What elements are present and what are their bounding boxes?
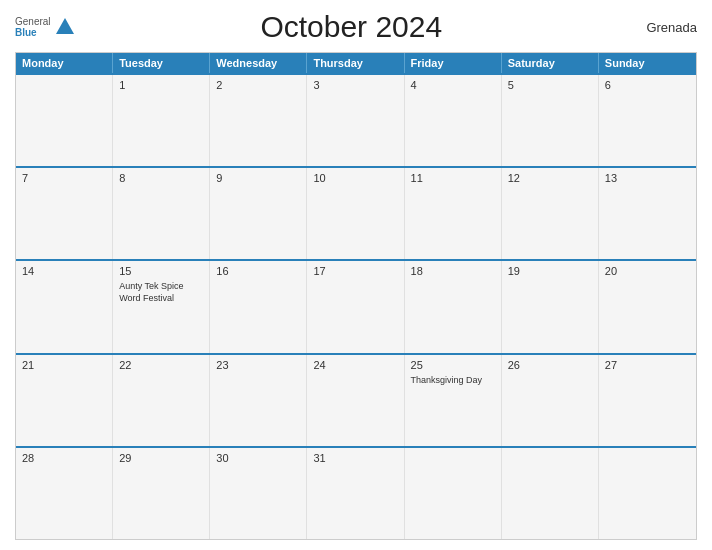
cal-cell-oct12: 12 (502, 168, 599, 259)
cal-cell-oct2: 2 (210, 75, 307, 166)
cal-cell-oct27: 27 (599, 355, 696, 446)
col-saturday: Saturday (502, 53, 599, 73)
cal-cell-oct29: 29 (113, 448, 210, 539)
cal-cell-empty2 (405, 448, 502, 539)
cal-cell-oct3: 3 (307, 75, 404, 166)
cal-cell-oct11: 11 (405, 168, 502, 259)
event-thanksgiving: Thanksgiving Day (411, 375, 495, 387)
cal-cell-oct6: 6 (599, 75, 696, 166)
col-thursday: Thursday (307, 53, 404, 73)
week-row-1: 1 2 3 4 5 6 (16, 73, 696, 166)
event-aunty: Aunty Tek Spice Word Festival (119, 281, 203, 304)
cal-cell-oct1: 1 (113, 75, 210, 166)
cal-cell-oct25: 25 Thanksgiving Day (405, 355, 502, 446)
cal-cell-empty (16, 75, 113, 166)
country-label: Grenada (627, 20, 697, 35)
cal-cell-oct24: 24 (307, 355, 404, 446)
week-row-5: 28 29 30 31 (16, 446, 696, 539)
calendar-body: 1 2 3 4 5 6 7 8 9 10 11 12 13 14 (16, 73, 696, 539)
cal-cell-oct31: 31 (307, 448, 404, 539)
week-row-3: 14 15 Aunty Tek Spice Word Festival 16 1… (16, 259, 696, 352)
cal-cell-empty4 (599, 448, 696, 539)
col-sunday: Sunday (599, 53, 696, 73)
cal-cell-oct23: 23 (210, 355, 307, 446)
cal-cell-oct5: 5 (502, 75, 599, 166)
cal-cell-oct22: 22 (113, 355, 210, 446)
calendar-page: General Blue October 2024 Grenada Monday… (0, 0, 712, 550)
week-row-4: 21 22 23 24 25 Thanksgiving Day 26 27 (16, 353, 696, 446)
cal-cell-oct7: 7 (16, 168, 113, 259)
logo-blue: Blue (15, 27, 51, 38)
logo-general: General (15, 16, 51, 27)
cal-cell-oct16: 16 (210, 261, 307, 352)
cal-cell-oct21: 21 (16, 355, 113, 446)
logo-icon (54, 16, 76, 38)
cal-cell-oct13: 13 (599, 168, 696, 259)
cal-cell-oct17: 17 (307, 261, 404, 352)
cal-cell-oct26: 26 (502, 355, 599, 446)
cal-cell-oct19: 19 (502, 261, 599, 352)
cal-cell-oct14: 14 (16, 261, 113, 352)
cal-cell-oct15: 15 Aunty Tek Spice Word Festival (113, 261, 210, 352)
header: General Blue October 2024 Grenada (15, 10, 697, 44)
calendar-header: Monday Tuesday Wednesday Thursday Friday… (16, 53, 696, 73)
cal-cell-oct20: 20 (599, 261, 696, 352)
col-monday: Monday (16, 53, 113, 73)
cal-cell-oct28: 28 (16, 448, 113, 539)
cal-cell-empty3 (502, 448, 599, 539)
col-friday: Friday (405, 53, 502, 73)
cal-cell-oct9: 9 (210, 168, 307, 259)
week-row-2: 7 8 9 10 11 12 13 (16, 166, 696, 259)
cal-cell-oct4: 4 (405, 75, 502, 166)
cal-cell-oct18: 18 (405, 261, 502, 352)
cal-cell-oct30: 30 (210, 448, 307, 539)
cal-cell-oct10: 10 (307, 168, 404, 259)
svg-marker-0 (56, 18, 74, 34)
col-wednesday: Wednesday (210, 53, 307, 73)
col-tuesday: Tuesday (113, 53, 210, 73)
page-title: October 2024 (76, 10, 627, 44)
cal-cell-oct8: 8 (113, 168, 210, 259)
logo: General Blue (15, 16, 76, 38)
calendar: Monday Tuesday Wednesday Thursday Friday… (15, 52, 697, 540)
